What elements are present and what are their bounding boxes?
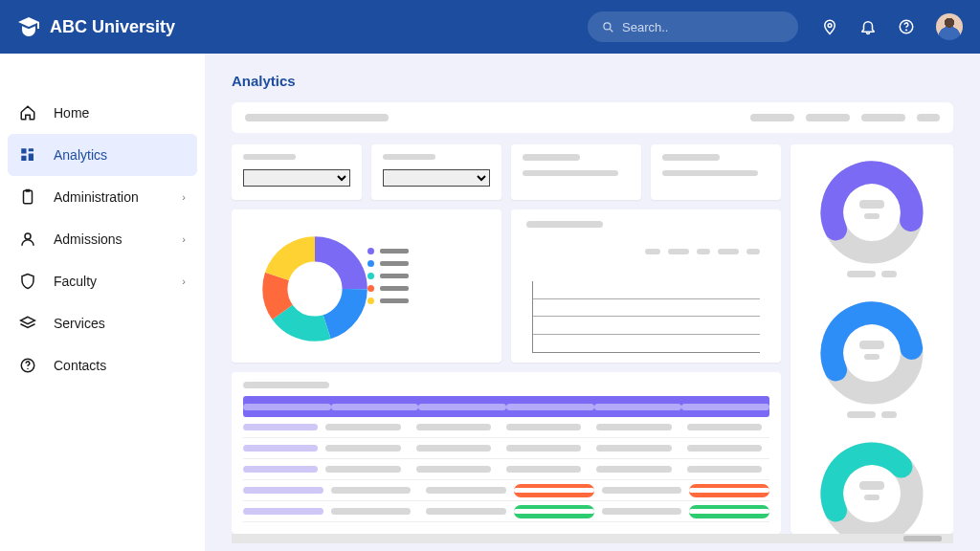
bell-icon[interactable] — [859, 18, 877, 35]
avatar[interactable] — [936, 13, 963, 40]
table-row[interactable] — [243, 480, 769, 501]
donut-legend — [368, 248, 409, 353]
sidebar-item-label: Services — [54, 316, 105, 331]
status-badge — [514, 505, 594, 518]
sidebar: HomeAnalyticsAdministration›Admissions›F… — [0, 54, 205, 551]
stat-card-1 — [511, 144, 641, 200]
chevron-right-icon: › — [182, 276, 186, 287]
horizontal-scrollbar[interactable] — [232, 534, 953, 543]
svg-rect-6 — [29, 148, 33, 151]
svg-rect-10 — [26, 189, 31, 192]
graduation-cap-icon — [17, 15, 40, 38]
legend-item — [368, 260, 409, 267]
sidebar-item-administration[interactable]: Administration› — [0, 176, 205, 218]
help-icon — [19, 357, 36, 374]
sidebar-item-label: Faculty — [54, 274, 97, 289]
filter-select-2[interactable] — [383, 169, 490, 187]
gauge-label — [798, 411, 946, 418]
bar-chart-card — [511, 209, 781, 363]
search-placeholder: Search.. — [622, 20, 668, 34]
svg-point-0 — [604, 23, 611, 30]
clipboard-icon — [19, 188, 36, 206]
svg-rect-7 — [29, 154, 33, 162]
svg-rect-5 — [21, 148, 26, 153]
filter-card-2 — [371, 144, 501, 200]
chevron-right-icon: › — [182, 191, 186, 203]
search-input[interactable]: Search.. — [588, 11, 798, 42]
gauges-panel — [791, 144, 953, 534]
location-icon[interactable] — [821, 18, 838, 35]
legend-item — [368, 273, 409, 279]
sidebar-item-faculty[interactable]: Faculty› — [0, 260, 205, 302]
svg-rect-9 — [24, 190, 33, 204]
table-row[interactable] — [243, 417, 769, 438]
sidebar-item-label: Admissions — [54, 231, 122, 247]
main-content: Analytics — [205, 54, 980, 551]
sidebar-item-label: Administration — [54, 189, 139, 205]
donut-chart — [262, 236, 368, 342]
svg-point-4 — [905, 30, 907, 32]
bar-chart-legend — [523, 249, 760, 254]
legend-item — [368, 248, 409, 254]
legend-item — [368, 298, 409, 304]
legend-item — [368, 285, 409, 292]
sidebar-item-label: Analytics — [54, 147, 107, 163]
home-icon — [19, 104, 36, 121]
chevron-right-icon: › — [182, 233, 186, 245]
data-table-card — [232, 372, 781, 534]
svg-line-1 — [610, 29, 612, 32]
search-icon — [601, 20, 614, 33]
gauge-label — [798, 271, 946, 277]
grid-icon — [19, 146, 36, 164]
table-row[interactable] — [243, 459, 769, 480]
shield-icon — [19, 273, 36, 290]
filter-select-1[interactable] — [243, 169, 350, 187]
brand-name: ABC University — [50, 17, 175, 37]
status-badge — [689, 505, 769, 518]
donut-chart-card — [232, 209, 501, 363]
stat-card-2 — [651, 144, 781, 200]
svg-rect-8 — [21, 156, 26, 161]
sidebar-item-label: Home — [54, 105, 89, 121]
table-header — [243, 396, 769, 417]
bar-chart — [532, 281, 760, 353]
gauge — [819, 300, 924, 396]
sidebar-item-services[interactable]: Services — [0, 302, 205, 344]
table-row[interactable] — [243, 501, 769, 522]
page-title: Analytics — [232, 73, 953, 89]
status-badge — [689, 484, 769, 497]
sidebar-item-label: Contacts — [54, 358, 106, 373]
sidebar-item-analytics[interactable]: Analytics — [8, 134, 197, 176]
app-header: ABC University Search.. — [0, 0, 980, 54]
svg-point-13 — [27, 368, 29, 370]
status-badge — [514, 484, 594, 497]
sidebar-item-admissions[interactable]: Admissions› — [0, 218, 205, 260]
user-icon — [19, 231, 36, 248]
filter-card-1 — [232, 144, 362, 200]
sidebar-item-contacts[interactable]: Contacts — [0, 344, 205, 386]
svg-point-2 — [828, 24, 832, 28]
help-icon[interactable] — [898, 18, 915, 35]
sidebar-item-home[interactable]: Home — [0, 92, 205, 134]
gauge — [819, 160, 924, 255]
gauge — [819, 441, 924, 534]
brand[interactable]: ABC University — [17, 15, 175, 38]
toolbar — [232, 102, 953, 133]
layers-icon — [19, 315, 36, 332]
svg-point-11 — [25, 233, 31, 239]
table-row[interactable] — [243, 438, 769, 459]
